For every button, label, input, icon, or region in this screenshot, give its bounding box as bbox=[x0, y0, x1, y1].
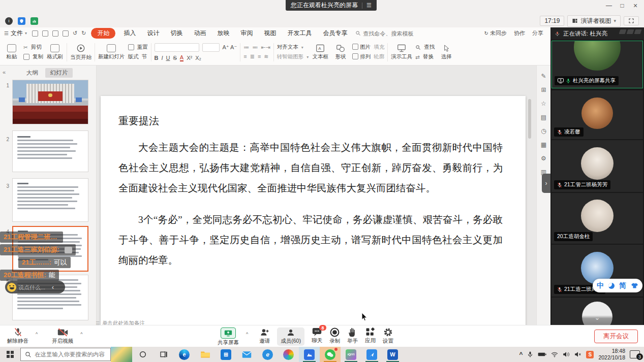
scroll-more-icon[interactable]: ⌄ bbox=[595, 314, 600, 321]
select-button[interactable]: 选择 bbox=[438, 44, 455, 60]
start-button[interactable] bbox=[0, 347, 20, 362]
tab-view[interactable]: 视图 bbox=[261, 28, 279, 39]
invite-button[interactable]: 邀请 bbox=[259, 327, 270, 345]
outline-button[interactable]: 轮廓 bbox=[374, 53, 384, 60]
mic-options-caret[interactable]: ^ bbox=[36, 332, 38, 337]
underline-button[interactable]: U bbox=[166, 55, 170, 61]
collapse-chat-icon[interactable]: ‹ bbox=[52, 284, 54, 291]
font-family-select[interactable] bbox=[155, 43, 199, 52]
tab-devtools[interactable]: 开发工具 bbox=[284, 28, 315, 39]
tab-slideshow[interactable]: 放映 bbox=[214, 28, 232, 39]
skin-icon[interactable] bbox=[631, 282, 638, 289]
file-menu[interactable]: ☰ 文件 ▾ bbox=[4, 29, 27, 38]
sync-status[interactable]: ↻未同步 bbox=[484, 29, 507, 37]
taskbar-clock[interactable]: 18:48 2022/10/18 bbox=[598, 348, 625, 361]
textbox-button[interactable]: A 文本框 bbox=[312, 44, 329, 60]
section-button[interactable]: 节 bbox=[142, 53, 147, 60]
italic-button[interactable]: I bbox=[161, 55, 163, 61]
replace-button[interactable]: ⇄替换 bbox=[415, 53, 435, 60]
paste-button[interactable]: 粘贴 bbox=[3, 44, 20, 60]
tab-home[interactable]: 开始 bbox=[91, 28, 115, 39]
rail-settings-icon[interactable]: ⚙ bbox=[541, 155, 546, 162]
taskbar-search-input[interactable] bbox=[35, 351, 106, 357]
chat-input[interactable] bbox=[18, 284, 50, 290]
unmute-button[interactable]: 解除静音 bbox=[7, 327, 28, 345]
participant-tile[interactable]: 凌若馨 bbox=[551, 90, 643, 139]
command-search-input[interactable] bbox=[363, 30, 419, 37]
moon-icon[interactable] bbox=[608, 283, 615, 289]
members-button[interactable]: 成员(60) bbox=[277, 327, 304, 346]
audio-device-icon[interactable] bbox=[574, 351, 581, 357]
rail-edit-icon[interactable]: ✎ bbox=[541, 73, 546, 80]
slide-thumbnail-3[interactable] bbox=[12, 178, 88, 222]
tray-mic-icon[interactable] bbox=[527, 351, 533, 358]
participant-tile[interactable]: 20工造胡金柱 bbox=[551, 193, 643, 244]
microsoft-store-icon[interactable]: ⊞ bbox=[216, 347, 236, 362]
line-spacing-icon[interactable]: ≋ bbox=[264, 53, 268, 60]
picture-button[interactable]: 图片 bbox=[352, 44, 371, 51]
tab-animations[interactable]: 动画 bbox=[191, 28, 209, 39]
leave-meeting-button[interactable]: 离开会议 bbox=[594, 330, 638, 343]
slide-thumbnail-1[interactable] bbox=[12, 80, 88, 124]
strikethrough-button[interactable]: S bbox=[173, 55, 176, 61]
panel-expand-tab[interactable]: › bbox=[542, 174, 550, 193]
fullscreen-button[interactable] bbox=[624, 16, 639, 25]
rail-properties-icon[interactable]: ⊞ bbox=[541, 86, 546, 93]
rail-image-icon[interactable]: ▤ bbox=[541, 114, 546, 121]
print-icon[interactable] bbox=[52, 30, 58, 37]
record-button[interactable]: 录制 bbox=[329, 327, 340, 345]
shield-icon[interactable] bbox=[18, 17, 25, 25]
start-video-button[interactable]: 开启视频 bbox=[52, 327, 73, 345]
minimize-button[interactable]: — bbox=[602, 0, 616, 11]
close-button[interactable]: × bbox=[629, 0, 642, 11]
chat-input-bar[interactable]: ‹ bbox=[5, 281, 65, 293]
view-mode-selector[interactable]: 演讲者视图 ▾ bbox=[567, 15, 621, 27]
canvas-scrollbar[interactable] bbox=[528, 99, 531, 139]
banner-menu-icon[interactable]: ☰ bbox=[366, 2, 372, 9]
hidden-icons-chevron[interactable]: ^ bbox=[519, 351, 523, 358]
participant-tile[interactable]: 21工管二班杨芳芳 bbox=[551, 140, 643, 192]
raise-hand-button[interactable]: 举手 bbox=[347, 327, 358, 345]
layout-button[interactable]: 版式 bbox=[128, 53, 139, 60]
file-explorer-icon[interactable] bbox=[195, 347, 216, 362]
fill-button[interactable]: 填充 bbox=[374, 44, 384, 51]
cortana-icon[interactable] bbox=[132, 347, 153, 362]
bullets-icon[interactable]: ≔ bbox=[243, 44, 249, 51]
taskbar-search[interactable] bbox=[20, 348, 111, 361]
align-center-icon[interactable]: ≣ bbox=[250, 53, 255, 60]
font-color-button[interactable]: A bbox=[180, 54, 183, 61]
arrange-button[interactable]: 排列 bbox=[352, 53, 371, 60]
settings-button[interactable]: 设置 bbox=[383, 327, 393, 345]
tab-insert[interactable]: 插入 bbox=[120, 28, 139, 39]
share-options-caret[interactable]: ^ bbox=[246, 332, 248, 337]
tab-design[interactable]: 设计 bbox=[144, 28, 162, 39]
wifi-icon[interactable] bbox=[551, 352, 558, 357]
colorful-app-icon[interactable] bbox=[278, 347, 299, 362]
undo-icon[interactable]: ↺ bbox=[73, 30, 77, 37]
ime-toolbar[interactable]: 中 简 bbox=[593, 279, 642, 292]
rail-history-icon[interactable]: ◷ bbox=[541, 127, 546, 135]
apps-button[interactable]: 应用 bbox=[365, 327, 376, 344]
smart-graphics-button[interactable]: 转智能图形▾ bbox=[277, 53, 309, 60]
collaborate-button[interactable]: 协作 bbox=[514, 29, 525, 37]
mail-icon[interactable] bbox=[236, 347, 257, 362]
new-slide-button[interactable]: 新建幻灯片 bbox=[98, 44, 125, 60]
copy-button[interactable]: 复制 bbox=[23, 53, 43, 60]
participant-tile[interactable]: 杜兴亮的屏幕共享 bbox=[551, 41, 643, 88]
tab-outline[interactable]: 大纲 bbox=[23, 68, 41, 78]
wechat-icon[interactable] bbox=[320, 347, 341, 362]
subscript-button[interactable]: X₂ bbox=[195, 55, 201, 61]
current-slide[interactable]: 重要提法 大会主题大会的主题是：高举中国特色社会主义伟大旗帜，全面贯彻新时代中国… bbox=[101, 96, 526, 335]
sogou-ime-icon[interactable]: S bbox=[586, 351, 594, 358]
rail-effects-icon[interactable]: ☆ bbox=[541, 100, 546, 107]
ime-lang-indicator[interactable]: 中 bbox=[597, 281, 604, 290]
numbering-icon[interactable]: ≕ bbox=[252, 44, 258, 51]
save-icon[interactable] bbox=[42, 30, 48, 37]
reset-button[interactable]: 重置 bbox=[128, 44, 148, 51]
chat-button[interactable]: 8 聊天 bbox=[312, 327, 322, 344]
cut-button[interactable]: ✂剪切 bbox=[23, 44, 43, 51]
tab-member[interactable]: 会员专享 bbox=[320, 28, 350, 39]
maximize-button[interactable]: □ bbox=[616, 0, 629, 11]
collapse-panel-button[interactable]: « bbox=[3, 69, 6, 75]
command-search[interactable] bbox=[355, 30, 419, 37]
